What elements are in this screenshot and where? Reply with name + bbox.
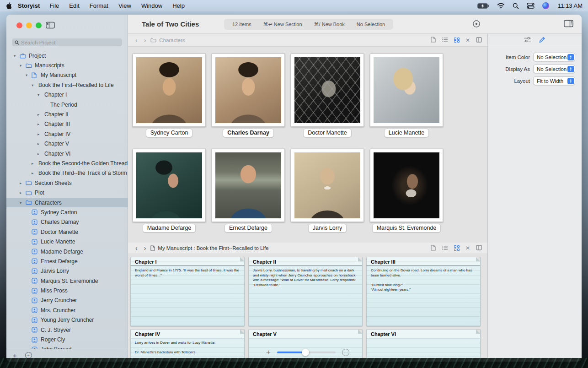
highlighter-pen-icon[interactable] xyxy=(539,36,546,45)
sidebar-item-section-sheets[interactable]: ▸ Section Sheets xyxy=(6,178,128,188)
chevron-down-icon[interactable]: ▾ xyxy=(32,83,37,87)
character-card-doctor-manette[interactable]: Doctor Manette xyxy=(291,54,364,137)
sidebar-item-lucie-manette[interactable]: Lucie Manette xyxy=(6,237,128,246)
spotlight-search-icon[interactable] xyxy=(513,3,519,9)
chevron-right-icon[interactable]: ▸ xyxy=(37,152,43,156)
chevron-down-icon[interactable]: ▾ xyxy=(26,73,32,77)
page-view-icon[interactable] xyxy=(431,245,436,252)
list-view-icon[interactable] xyxy=(442,37,448,43)
sidebar-item-chapter-2[interactable]: ▸ Chapter II xyxy=(6,109,128,119)
settings-sliders-icon[interactable] xyxy=(524,36,531,44)
sidebar-item-roger-cly[interactable]: Roger Cly xyxy=(6,335,128,344)
sidebar-item-chapter-1[interactable]: ▾ Chapter I xyxy=(6,90,128,100)
list-view-icon[interactable] xyxy=(442,245,448,251)
grid-view-icon[interactable] xyxy=(454,38,460,43)
search-input[interactable] xyxy=(21,40,119,45)
character-name-pill[interactable]: Doctor Manette xyxy=(303,129,351,137)
index-card-chapter-3[interactable]: Chapter III Continuing on the Dover road… xyxy=(366,257,481,326)
sidebar-item-charles-darnay[interactable]: Charles Darnay xyxy=(6,217,128,227)
grid-view-icon[interactable] xyxy=(454,245,460,251)
chevron-right-icon[interactable]: ▸ xyxy=(37,132,43,136)
sidebar-item-madame-defarge[interactable]: Madame Defarge xyxy=(6,247,128,256)
chevron-right-icon[interactable]: ▸ xyxy=(20,181,26,185)
menu-edit[interactable]: Edit xyxy=(69,2,79,9)
character-name-pill[interactable]: Lucie Manette xyxy=(384,129,429,137)
index-card-chapter-5[interactable]: Chapter V xyxy=(248,329,363,362)
chevron-down-icon[interactable]: ▾ xyxy=(37,92,43,97)
menu-view[interactable]: View xyxy=(118,2,131,9)
sidebar-item-stryver[interactable]: C. J. Stryver xyxy=(6,325,128,335)
back-icon[interactable]: ‹ xyxy=(134,245,139,251)
back-icon[interactable]: ‹ xyxy=(134,37,139,43)
zoom-window-button[interactable] xyxy=(36,22,42,28)
chevron-down-icon[interactable]: ▾ xyxy=(20,63,26,68)
new-section-shortcut[interactable]: ⌘↩ New Section xyxy=(263,22,302,27)
index-card-chapter-2[interactable]: Chapter II Jarvis Lorry, businessman, is… xyxy=(248,257,363,326)
forward-icon[interactable]: › xyxy=(142,37,148,43)
chevron-down-icon[interactable]: ▾ xyxy=(14,54,20,58)
control-center-icon[interactable] xyxy=(527,3,535,9)
character-name-pill[interactable]: Ernest Defarge xyxy=(225,224,272,233)
minimize-window-button[interactable] xyxy=(26,22,32,28)
sidebar-item-marquis[interactable]: Marquis St. Evremonde xyxy=(6,276,128,286)
chevron-right-icon[interactable]: ▸ xyxy=(32,161,37,166)
character-card-sydney-carton[interactable]: Sydney Carton xyxy=(133,54,206,137)
breadcrumb[interactable]: My Manuscript : Book the First--Recalled… xyxy=(158,245,268,251)
close-pane-icon[interactable]: ✕ xyxy=(465,245,470,251)
character-card-lucie-manette[interactable]: Lucie Manette xyxy=(370,54,443,137)
chevron-right-icon[interactable]: ▸ xyxy=(20,190,26,195)
sidebar-item-young-jerry[interactable]: Young Jerry Cruncher xyxy=(6,315,128,325)
display-as-select[interactable]: No Selection ▲▼ xyxy=(533,65,575,73)
zoom-options-button[interactable]: ⋯ xyxy=(342,349,349,356)
breadcrumb[interactable]: Characters xyxy=(159,38,185,43)
sidebar-item-manuscripts[interactable]: ▾ Manuscripts xyxy=(6,60,128,70)
menu-format[interactable]: Format xyxy=(90,2,108,9)
sidebar-item-project[interactable]: ▾ Project xyxy=(6,51,128,60)
character-name-pill[interactable]: Marquis St. Evremonde xyxy=(372,224,441,233)
sidebar-item-doctor-manette[interactable]: Doctor Manette xyxy=(6,227,128,237)
chevron-right-icon[interactable]: ▸ xyxy=(37,112,43,117)
character-name-pill[interactable]: Madame Defarge xyxy=(143,224,196,233)
sidebar-item-mrs-cruncher[interactable]: Mrs. Cruncher xyxy=(6,305,128,315)
target-icon[interactable] xyxy=(472,19,481,30)
chevron-right-icon[interactable]: ▸ xyxy=(32,171,37,175)
character-card-madame-defarge[interactable]: Madame Defarge xyxy=(133,149,206,233)
menu-file[interactable]: File xyxy=(49,2,59,9)
split-view-icon[interactable] xyxy=(476,37,482,43)
character-name-pill[interactable]: Jarvis Lorry xyxy=(308,224,347,233)
sidebar-toggle-icon[interactable] xyxy=(46,22,55,31)
index-card-chapter-1[interactable]: Chapter I England and France in 1775. "I… xyxy=(130,257,245,326)
right-panel-toggle-icon[interactable] xyxy=(564,20,573,29)
sidebar-item-book-third[interactable]: ▸ Book the Third--the Track of a Storm xyxy=(6,168,128,178)
character-card-marquis[interactable]: Marquis St. Evremonde xyxy=(370,149,443,233)
menu-window[interactable]: Window xyxy=(141,2,162,9)
chevron-right-icon[interactable]: ▸ xyxy=(37,141,43,146)
apple-icon[interactable] xyxy=(5,2,11,9)
sidebar-item-jarvis-lorry[interactable]: Jarvis Lorry xyxy=(6,266,128,276)
sidebar-item-chapter-4[interactable]: ▸ Chapter IV xyxy=(6,129,128,139)
chevron-down-icon[interactable]: ▾ xyxy=(20,200,26,205)
search-field[interactable] xyxy=(12,38,122,46)
zoom-slider[interactable] xyxy=(277,352,336,353)
character-card-charles-darnay[interactable]: Charles Darnay xyxy=(212,54,285,137)
menu-help[interactable]: Help xyxy=(172,2,185,9)
sidebar-item-chapter-3[interactable]: ▸ Chapter III xyxy=(6,119,128,129)
character-name-pill[interactable]: Sydney Carton xyxy=(146,129,193,137)
sidebar-item-chapter-5[interactable]: ▸ Chapter V xyxy=(6,139,128,149)
character-card-ernest-defarge[interactable]: Ernest Defarge xyxy=(212,149,285,233)
siri-icon[interactable] xyxy=(542,2,549,9)
menu-app-name[interactable]: Storyist xyxy=(18,2,40,9)
forward-icon[interactable]: › xyxy=(142,245,148,251)
sidebar-item-chapter-6[interactable]: ▸ Chapter VI xyxy=(6,149,128,158)
item-color-select[interactable]: No Selection ▲▼ xyxy=(533,53,575,61)
sidebar-item-miss-pross[interactable]: Miss Pross xyxy=(6,286,128,295)
chevron-right-icon[interactable]: ▸ xyxy=(37,122,43,126)
character-card-jarvis-lorry[interactable]: Jarvis Lorry xyxy=(291,149,364,233)
sidebar-item-book-first[interactable]: ▾ Book the First--Recalled to Life xyxy=(6,80,128,90)
sidebar-item-my-manuscript[interactable]: ▾ My Manuscript xyxy=(6,70,128,80)
sidebar-item-book-second[interactable]: ▸ Book the Second-the Golden Thread xyxy=(6,158,128,168)
sidebar-item-the-period[interactable]: The Period xyxy=(6,100,128,109)
zoom-slider-knob[interactable] xyxy=(302,349,309,356)
sidebar-item-jerry-cruncher[interactable]: Jerry Cruncher xyxy=(6,296,128,305)
layout-select[interactable]: Fit to Width ▲▼ xyxy=(533,76,575,85)
